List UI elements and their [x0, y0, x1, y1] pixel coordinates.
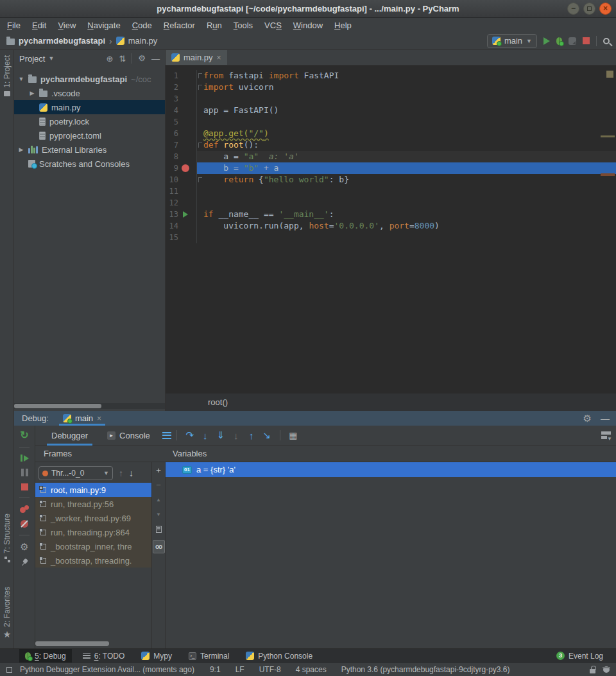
step-over-icon[interactable]: ↷ [182, 429, 198, 441]
code-line-11[interactable] [197, 186, 616, 197]
inspection-status-square[interactable] [606, 71, 613, 78]
status-message[interactable]: Python Debugger Extension Avail... (mome… [20, 665, 194, 674]
gear-icon[interactable]: ⚙ [583, 414, 592, 423]
force-step-into-icon[interactable]: ↓ [228, 430, 244, 441]
frame-row-run-threading-py-864[interactable]: run, threading.py:864 [35, 525, 151, 539]
sidebar-item-structure[interactable]: 7: Structure [0, 514, 14, 562]
run-button[interactable] [543, 37, 550, 45]
frame-row-worker-thread-py-69[interactable]: _worker, thread.py:69 [35, 511, 151, 525]
collapse-all-icon[interactable]: ⇅ [119, 54, 126, 64]
run-line-icon[interactable] [183, 211, 188, 218]
code-line-10[interactable]: return {"hello world": b} [197, 174, 616, 186]
menu-item-code[interactable]: Code [126, 21, 158, 30]
frame-row-root-main-py-9[interactable]: root, main.py:9 [35, 483, 151, 497]
debug-button[interactable] [556, 37, 562, 45]
file-encoding[interactable]: UTF-8 [259, 665, 281, 674]
close-icon[interactable]: × [599, 3, 612, 15]
layout-settings-icon[interactable]: ▼ [601, 431, 611, 439]
code-line-15[interactable] [197, 232, 616, 243]
pin-tab-icon[interactable] [19, 557, 30, 568]
stop-button[interactable] [583, 37, 590, 44]
indent-setting[interactable]: 4 spaces [296, 665, 327, 674]
view-breakpoints-icon[interactable] [20, 505, 29, 513]
frame-row-bootstrap-inner-thre[interactable]: _bootstrap_inner, thre [35, 539, 151, 553]
menu-item-navigate[interactable]: Navigate [81, 21, 126, 30]
lock-icon[interactable] [590, 669, 595, 673]
code-line-4[interactable]: app = FastAPI() [197, 105, 616, 116]
line-separator[interactable]: LF [235, 665, 244, 674]
frame-row-run-thread-py-56[interactable]: run, thread.py:56 [35, 497, 151, 511]
menu-item-file[interactable]: File [1, 21, 26, 30]
remove-watch-icon[interactable]: − [156, 481, 161, 489]
restore-layout-menu-icon[interactable] [162, 432, 171, 439]
horizontal-scrollbar[interactable] [35, 641, 109, 646]
menu-item-tools[interactable]: Tools [228, 21, 259, 30]
tree-item-main-py[interactable]: main.py [14, 100, 165, 114]
code-line-13[interactable]: if __name__ == '__main__': [197, 209, 616, 220]
breakpoint-icon[interactable] [182, 164, 189, 172]
horizontal-scrollbar[interactable] [14, 403, 165, 409]
chevron-right-icon[interactable]: ▶ [29, 90, 35, 96]
menu-item-refactor[interactable]: Refactor [158, 21, 201, 30]
breadcrumb-project[interactable]: pycharmdebugfastapi [19, 36, 105, 46]
sidebar-item-favorites[interactable]: 2: Favorites ★ [0, 587, 14, 638]
maximize-icon[interactable] [583, 3, 595, 15]
move-down-icon[interactable]: ▼ [156, 511, 161, 519]
fold-marker-icon[interactable] [198, 85, 202, 90]
fold-marker-icon[interactable] [198, 177, 202, 182]
toolwindow-button-5-debug[interactable]: 5: Debug [19, 649, 72, 663]
code-line-2[interactable]: import uvicorn [197, 82, 616, 93]
show-watches-toggle-icon[interactable]: oo [153, 540, 165, 553]
project-panel-title[interactable]: Project [19, 54, 45, 64]
tree-item-scratches-and-consoles[interactable]: Scratches and Consoles [14, 157, 165, 171]
chevron-down-icon[interactable]: ▼ [48, 55, 54, 62]
code-line-12[interactable] [197, 197, 616, 209]
resume-program-icon[interactable] [21, 455, 29, 462]
thread-selector[interactable]: Thr...-0_0 ▼ [38, 466, 113, 480]
breakpoint-stripe-mark[interactable] [601, 173, 615, 176]
code-line-3[interactable] [197, 93, 616, 105]
tab-debugger[interactable]: Debugger [44, 426, 95, 446]
menu-item-view[interactable]: View [52, 21, 81, 30]
inspection-profile-icon[interactable] [603, 666, 610, 673]
code-line-14[interactable]: uvicorn.run(app, host='0.0.0.0', port=80… [197, 220, 616, 232]
sidebar-item-project[interactable]: 1: Project [0, 55, 14, 96]
toolwindow-toggle-icon[interactable] [6, 667, 12, 673]
duplicate-watch-icon[interactable] [156, 526, 162, 533]
breadcrumb-function[interactable]: root() [208, 397, 228, 407]
toolwindow-button-event-log[interactable]: 3Event Log [551, 649, 611, 663]
coverage-button[interactable] [569, 37, 576, 45]
add-watch-icon[interactable]: + [156, 467, 161, 474]
tree-item-pycharmdebugfastapi[interactable]: ▼pycharmdebugfastapi~/coc [14, 72, 165, 86]
hide-panel-icon[interactable]: — [601, 413, 610, 424]
code-line-7[interactable]: def root(): [197, 139, 616, 151]
menu-item-window[interactable]: Window [287, 21, 329, 30]
toolwindow-button-mypy[interactable]: Mypy [135, 649, 178, 663]
chevron-down-icon[interactable]: ▼ [18, 76, 24, 82]
caret-position[interactable]: 9:1 [210, 665, 221, 674]
toolwindow-button-python-console[interactable]: Python Console [240, 649, 318, 663]
locate-icon[interactable]: ⊕ [107, 54, 114, 64]
evaluate-expression-icon[interactable]: ▦ [286, 430, 301, 440]
step-into-my-code-icon[interactable]: ⇓ [213, 429, 228, 441]
gear-icon[interactable]: ⚙ [138, 54, 146, 63]
tree-item-pyproject-toml[interactable]: pyproject.toml [14, 128, 165, 143]
debug-session-tab[interactable]: main × [59, 411, 105, 426]
code-line-9[interactable]: b = "b" + a [197, 162, 616, 174]
code-line-5[interactable] [197, 116, 616, 128]
move-up-icon[interactable]: ▲ [156, 496, 161, 504]
tree-item-poetry-lock[interactable]: poetry.lock [14, 114, 165, 128]
close-tab-icon[interactable]: × [217, 53, 221, 62]
next-frame-icon[interactable]: ↓ [129, 468, 133, 478]
code-editor[interactable]: 1from fastapi import FastAPI2import uvic… [166, 66, 616, 394]
run-to-cursor-icon[interactable]: ↘ [259, 429, 275, 441]
toolwindow-button-terminal[interactable]: ›_Terminal [183, 649, 235, 663]
tree-item-external-libraries[interactable]: ▶External Libraries [14, 143, 165, 157]
tab-main-py[interactable]: main.py × [166, 50, 227, 65]
variable-row[interactable]: 01a = {str} 'a' [166, 462, 616, 477]
run-config-selector[interactable]: main ▼ [487, 34, 537, 48]
close-session-icon[interactable]: × [97, 414, 101, 423]
search-icon[interactable] [603, 38, 610, 44]
menu-item-help[interactable]: Help [329, 21, 357, 30]
pause-program-icon[interactable] [21, 469, 28, 476]
